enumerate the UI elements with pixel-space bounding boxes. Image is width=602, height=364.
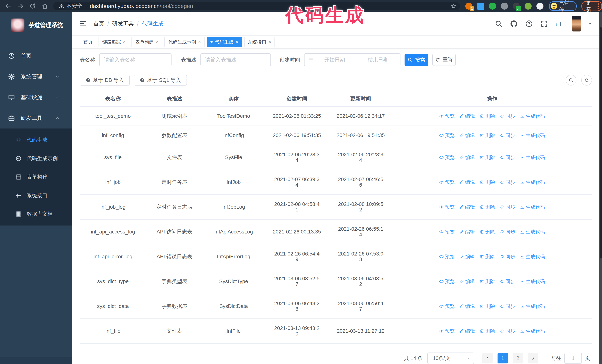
- row-action-edit[interactable]: 编辑: [459, 133, 475, 138]
- sidebar-item-2[interactable]: 基础设施: [0, 87, 72, 108]
- hamburger-icon[interactable]: [79, 20, 87, 28]
- row-action-sync[interactable]: 同步: [500, 133, 515, 138]
- row-action-sync[interactable]: 同步: [500, 303, 515, 309]
- ext-gray-grid-icon[interactable]: [501, 3, 508, 10]
- toggle-search-button[interactable]: [566, 75, 576, 85]
- tab-4[interactable]: 代码生成×: [207, 37, 242, 47]
- scrollbar-thumb[interactable]: [600, 27, 602, 259]
- table-row[interactable]: inf_file 文件表 InfFile 2021-03-13 09:43:2 …: [80, 319, 592, 343]
- submenu-item-2[interactable]: 表单构建: [0, 168, 72, 186]
- table-row[interactable]: tool_test_demo 测试示例表 ToolTestDemo 2021-0…: [80, 106, 592, 126]
- row-action-eye[interactable]: 预览: [439, 328, 455, 334]
- row-action-download[interactable]: 生成代码: [520, 204, 545, 210]
- kebab-menu-icon[interactable]: [598, 3, 599, 9]
- table-row[interactable]: inf_job_log 定时任务日志表 InfJobLog 2021-02-08…: [80, 195, 592, 219]
- row-action-trash[interactable]: 删除: [480, 229, 495, 235]
- row-action-trash[interactable]: 删除: [480, 113, 495, 119]
- app-logo[interactable]: 芋道管理系统: [0, 12, 72, 38]
- search-icon[interactable]: [494, 19, 503, 28]
- github-icon[interactable]: [509, 19, 518, 28]
- row-action-edit[interactable]: 编辑: [459, 303, 475, 309]
- row-action-edit[interactable]: 编辑: [459, 179, 475, 185]
- row-action-eye[interactable]: 预览: [439, 204, 455, 210]
- sidebar-item-0[interactable]: 首页: [0, 46, 72, 66]
- row-action-edit[interactable]: 编辑: [459, 328, 475, 334]
- row-action-sync[interactable]: 同步: [500, 204, 515, 210]
- row-action-download[interactable]: 生成代码: [520, 279, 545, 284]
- row-action-sync[interactable]: 同步: [500, 155, 515, 160]
- search-button[interactable]: 搜索: [405, 54, 428, 66]
- ext-green-key-icon[interactable]: [525, 3, 532, 10]
- table-row[interactable]: inf_api_access_log API 访问日志表 InfApiAcces…: [80, 219, 592, 244]
- row-action-edit[interactable]: 编辑: [459, 229, 475, 235]
- next-page-button[interactable]: [528, 353, 538, 364]
- ext-orange-icon[interactable]: 1: [465, 3, 472, 10]
- row-action-sync[interactable]: 同步: [500, 229, 515, 235]
- row-action-sync[interactable]: 同步: [500, 328, 515, 334]
- sidebar-collapse-bar[interactable]: [0, 357, 72, 364]
- ext-puzzle-icon[interactable]: [537, 3, 543, 10]
- table-row[interactable]: sys_dict_data 字典数据表 SysDictData 2021-03-…: [80, 294, 592, 319]
- row-action-eye[interactable]: 预览: [439, 155, 455, 160]
- submenu-item-0[interactable]: 代码生成: [0, 131, 72, 149]
- row-action-eye[interactable]: 预览: [439, 279, 455, 284]
- row-action-eye[interactable]: 预览: [439, 303, 455, 309]
- row-action-download[interactable]: 生成代码: [520, 254, 545, 260]
- row-action-download[interactable]: 生成代码: [520, 229, 545, 235]
- table-name-input[interactable]: [100, 57, 171, 63]
- tab-3[interactable]: 代码生成示例×: [164, 37, 204, 47]
- close-icon[interactable]: ×: [198, 40, 201, 44]
- sidebar-item-1[interactable]: 系统管理: [0, 66, 72, 87]
- table-row[interactable]: inf_job 定时任务表 InfJob 2021-02-07 06:39:3 …: [80, 170, 592, 195]
- page-size-select[interactable]: 10条/页: [427, 353, 474, 364]
- row-action-sync[interactable]: 同步: [500, 254, 515, 260]
- reload-icon[interactable]: [29, 2, 37, 10]
- table-row[interactable]: sys_dict_type 字典类型表 SysDictType 2021-03-…: [80, 269, 592, 294]
- table-row[interactable]: sys_file 文件表 SysFile 2021-02-06 20:28:3 …: [80, 145, 592, 170]
- user-avatar[interactable]: [572, 16, 581, 31]
- close-icon[interactable]: ×: [236, 40, 238, 44]
- close-icon[interactable]: ×: [123, 40, 126, 44]
- row-action-trash[interactable]: 删除: [480, 254, 495, 260]
- row-action-edit[interactable]: 编辑: [459, 113, 475, 119]
- home-icon[interactable]: [41, 2, 49, 10]
- row-action-download[interactable]: 生成代码: [520, 328, 545, 334]
- close-icon[interactable]: ×: [269, 40, 271, 44]
- refresh-table-button[interactable]: [581, 75, 592, 85]
- submenu-item-1[interactable]: 代码生成示例: [0, 149, 72, 168]
- row-action-eye[interactable]: 预览: [439, 229, 455, 235]
- submenu-item-3[interactable]: 系统接口: [0, 186, 72, 205]
- row-action-eye[interactable]: 预览: [439, 179, 455, 185]
- row-action-download[interactable]: 生成代码: [520, 303, 545, 309]
- page-button-1[interactable]: 1: [497, 353, 508, 364]
- tab-1[interactable]: 链路追踪×: [98, 37, 129, 47]
- row-action-edit[interactable]: 编辑: [459, 204, 475, 210]
- row-action-trash[interactable]: 删除: [480, 204, 495, 210]
- import-sql-button[interactable]: 基于 SQL 导入: [134, 75, 187, 85]
- table-row[interactable]: inf_config 参数配置表 InfConfig 2021-02-06 19…: [80, 126, 592, 145]
- question-icon[interactable]: [525, 19, 533, 28]
- start-date-placeholder[interactable]: 开始日期: [316, 56, 353, 63]
- table-desc-input[interactable]: [201, 57, 270, 63]
- prev-page-button[interactable]: [482, 353, 493, 364]
- row-action-download[interactable]: 生成代码: [520, 155, 545, 160]
- row-action-trash[interactable]: 删除: [480, 133, 495, 138]
- row-action-trash[interactable]: 删除: [480, 155, 495, 160]
- goto-page-input[interactable]: [564, 353, 582, 364]
- tab-0[interactable]: 首页: [80, 37, 96, 47]
- breadcrumb-item-0[interactable]: 首页: [93, 20, 104, 27]
- row-action-trash[interactable]: 删除: [480, 328, 495, 334]
- sidebar-item-3[interactable]: 研发工具: [0, 108, 72, 128]
- row-action-trash[interactable]: 删除: [480, 179, 495, 185]
- row-action-download[interactable]: 生成代码: [520, 113, 545, 119]
- row-action-edit[interactable]: 编辑: [459, 279, 475, 284]
- row-action-download[interactable]: 生成代码: [520, 133, 545, 138]
- tab-2[interactable]: 表单构建×: [131, 37, 162, 47]
- table-row[interactable]: inf_api_error_log API 错误日志表 InfApiErrorL…: [80, 244, 592, 269]
- ext-gem-icon[interactable]: [477, 3, 484, 10]
- import-db-button[interactable]: 基于 DB 导入: [80, 75, 130, 85]
- row-action-eye[interactable]: 预览: [439, 113, 455, 119]
- row-action-trash[interactable]: 删除: [480, 279, 495, 284]
- fullscreen-icon[interactable]: [540, 19, 549, 28]
- address-bar[interactable]: 不安全 dashboard.yudao.iocoder.cn /tool/cod…: [53, 2, 460, 10]
